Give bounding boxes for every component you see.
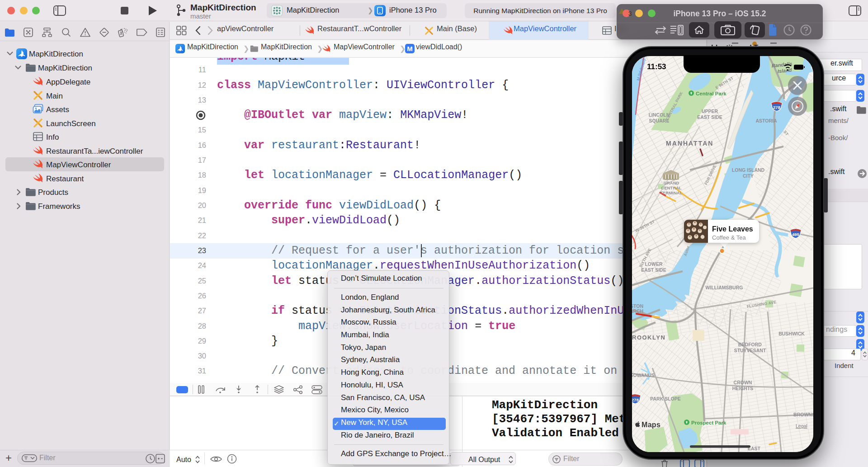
svg-text:LONG ISLAND: LONG ISLAND	[732, 167, 765, 173]
svg-text:11:53: 11:53	[647, 62, 666, 71]
svg-text:ROOKLYN: ROOKLYN	[632, 334, 665, 341]
svg-text:Maps: Maps	[642, 421, 660, 429]
svg-text:495: 495	[792, 232, 800, 237]
svg-text:Prospect Park: Prospect Park	[691, 420, 726, 425]
svg-text:WILLIAMSBURG: WILLIAMSBURG	[706, 285, 743, 290]
svg-text:LOWER: LOWER	[645, 261, 662, 267]
svg-text:MANHATTAN: MANHATTAN	[666, 140, 713, 147]
svg-text:CENTRAL: CENTRAL	[661, 185, 682, 190]
svg-text:Legal: Legal	[796, 423, 807, 429]
svg-text:Central Park: Central Park	[696, 91, 726, 96]
svg-text:Coffee & Tea: Coffee & Tea	[712, 234, 746, 241]
svg-text:STUYVESANT: STUYVESANT	[734, 348, 766, 353]
svg-text:EAST SIDE: EAST SIDE	[641, 267, 666, 273]
svg-text:UPPER: UPPER	[702, 108, 718, 114]
svg-text:HEIGHTS: HEIGHTS	[732, 386, 754, 391]
svg-text:GRAND: GRAND	[664, 180, 679, 185]
svg-text:278: 278	[632, 397, 639, 402]
svg-text:CITY: CITY	[743, 173, 754, 179]
svg-text:BUSHWICK: BUSHWICK	[778, 331, 805, 336]
svg-text:TERMINAL: TERMINAL	[660, 190, 682, 195]
svg-text:ARCH: ARCH	[632, 308, 643, 314]
svg-text:278: 278	[773, 105, 780, 110]
svg-text:BEDFORD: BEDFORD	[738, 342, 762, 347]
svg-text:PARK SLOPE: PARK SLOPE	[650, 396, 680, 401]
svg-text:EAST SIDE: EAST SIDE	[697, 114, 722, 120]
svg-text:GOWANUS: GOWANUS	[632, 373, 655, 378]
svg-text:Five Leaves: Five Leaves	[712, 225, 753, 233]
svg-text:CROWN: CROWN	[734, 380, 752, 385]
svg-text:BROWNS: BROWNS	[793, 412, 813, 417]
svg-text:ASTORIA: ASTORIA	[755, 118, 777, 123]
